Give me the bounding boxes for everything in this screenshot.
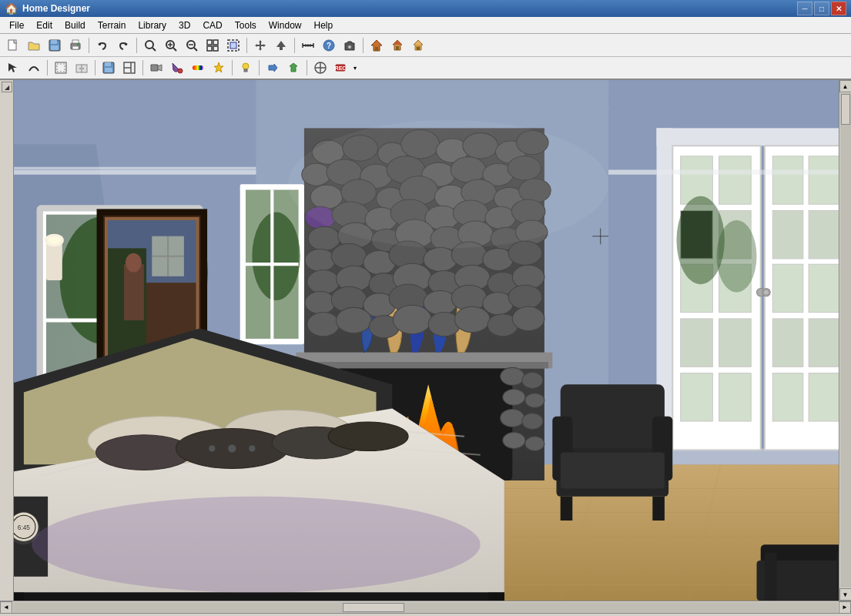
svg-rect-38 [375, 47, 378, 51]
lighting-tool[interactable] [236, 59, 256, 77]
svg-point-251 [126, 253, 142, 273]
menu-tools[interactable]: Tools [229, 18, 263, 32]
svg-point-194 [305, 292, 336, 314]
svg-point-278 [228, 444, 236, 452]
canvas-area[interactable]: 6:45 [14, 80, 839, 601]
svg-point-185 [508, 241, 542, 265]
materials-tool[interactable] [188, 59, 208, 77]
pan-button[interactable] [250, 36, 270, 55]
svg-point-177 [525, 437, 544, 451]
zoom-fit-button[interactable] [203, 36, 223, 55]
app-title: Home Designer [22, 3, 797, 14]
arrow-right-tool[interactable] [263, 59, 283, 77]
svg-marker-40 [393, 40, 402, 45]
paint-tool[interactable] [167, 59, 187, 77]
window-controls: ─ □ ✕ [797, 2, 846, 15]
scroll-down-button[interactable]: ▼ [839, 588, 852, 601]
menu-edit[interactable]: Edit [30, 18, 59, 32]
undo-button[interactable] [92, 36, 112, 55]
record-tool[interactable]: REC [331, 59, 351, 77]
sep-t2-3 [142, 60, 143, 75]
menu-file[interactable]: File [3, 18, 30, 32]
up-arrow-tool[interactable] [283, 59, 303, 77]
svg-line-67 [241, 63, 242, 64]
svg-rect-212 [657, 128, 839, 146]
svg-text:6:45: 6:45 [18, 524, 31, 531]
menu-library[interactable]: Library [132, 18, 173, 32]
h-scroll-thumb[interactable] [343, 603, 404, 612]
zoom-select-button[interactable] [223, 36, 243, 55]
svg-text:REC: REC [335, 65, 346, 71]
svg-rect-24 [230, 42, 236, 49]
svg-rect-6 [72, 46, 79, 49]
close-button[interactable]: ✕ [831, 2, 846, 15]
camera-3d-tool[interactable] [146, 59, 166, 77]
measure-button[interactable] [298, 36, 318, 55]
title-bar: 🏠 Home Designer ─ □ ✕ [0, 0, 851, 17]
menu-help[interactable]: Help [307, 18, 339, 32]
arrow-up-button[interactable] [271, 36, 291, 55]
svg-rect-291 [488, 593, 504, 601]
scroll-thumb[interactable] [841, 94, 850, 125]
zoom-in-button[interactable] [161, 36, 181, 55]
save-button[interactable] [45, 36, 65, 55]
svg-marker-25 [255, 40, 266, 51]
open-button[interactable] [24, 36, 44, 55]
svg-line-68 [250, 63, 250, 64]
menu-terrain[interactable]: Terrain [92, 18, 132, 32]
sep-t2-2 [95, 60, 95, 75]
svg-point-202 [307, 313, 340, 336]
svg-marker-61 [214, 62, 223, 72]
svg-point-282 [328, 422, 408, 450]
scroll-left-button[interactable]: ◄ [0, 601, 12, 614]
select-tool[interactable] [3, 59, 23, 77]
separator5 [363, 38, 364, 53]
svg-marker-45 [8, 63, 17, 72]
house1-button[interactable] [367, 36, 387, 55]
camera-button[interactable] [340, 36, 360, 55]
menu-3d[interactable]: 3D [173, 18, 196, 32]
svg-rect-63 [244, 69, 247, 72]
redo-button[interactable] [113, 36, 133, 55]
menu-cad[interactable]: CAD [196, 18, 228, 32]
wall-tool[interactable] [51, 59, 71, 77]
svg-line-11 [152, 48, 156, 51]
house3-button[interactable] [408, 36, 428, 55]
svg-rect-3 [51, 45, 59, 50]
svg-line-17 [194, 48, 197, 51]
minimize-button[interactable]: ─ [797, 2, 812, 15]
svg-point-173 [525, 393, 544, 408]
zoom-button[interactable] [140, 36, 160, 55]
svg-rect-215 [719, 156, 752, 204]
separator3 [246, 38, 247, 53]
new-button[interactable] [3, 36, 23, 55]
svg-point-203 [337, 307, 372, 333]
zoom-out-button[interactable] [182, 36, 202, 55]
scroll-up-button[interactable]: ▲ [839, 80, 852, 92]
curve-tool[interactable] [24, 59, 44, 77]
svg-rect-267 [561, 453, 665, 489]
svg-rect-22 [213, 46, 218, 51]
save-tool[interactable] [99, 59, 119, 77]
menu-build[interactable]: Build [59, 18, 92, 32]
pointer-tool[interactable] [310, 59, 330, 77]
maximize-button[interactable]: □ [814, 2, 829, 15]
cabinet-tool[interactable] [72, 59, 92, 77]
svg-rect-221 [719, 319, 752, 367]
scroll-right-button[interactable]: ► [839, 601, 851, 614]
ruler-corner[interactable]: ◢ [2, 82, 12, 92]
svg-point-179 [331, 243, 367, 269]
svg-rect-236 [772, 373, 803, 421]
svg-rect-2 [51, 40, 57, 44]
info-button[interactable]: ? [319, 36, 339, 55]
record-dropdown[interactable]: ▾ [352, 59, 358, 77]
svg-marker-69 [269, 64, 277, 72]
house2-button[interactable] [387, 36, 407, 55]
svg-rect-290 [14, 593, 24, 601]
magic-tool[interactable] [209, 59, 229, 77]
svg-rect-250 [124, 264, 144, 320]
separator1 [89, 38, 89, 53]
print-button[interactable] [65, 36, 85, 55]
menu-window[interactable]: Window [263, 18, 308, 32]
floor-tool[interactable] [119, 59, 139, 77]
